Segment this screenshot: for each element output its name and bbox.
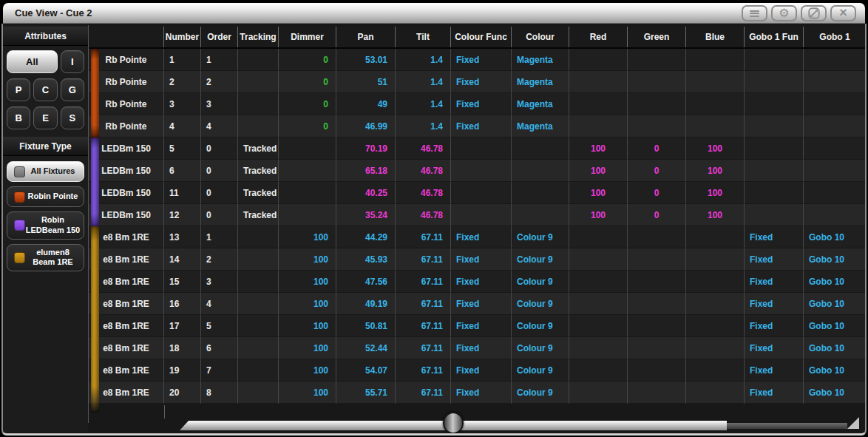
cell-tilt[interactable]: 67.11	[396, 315, 451, 337]
cell-number[interactable]: 19	[164, 359, 201, 382]
column-header-blue[interactable]: Blue	[686, 27, 745, 47]
cell-name[interactable]: e8 Bm 1RE	[89, 315, 164, 337]
cell-green[interactable]: 0	[628, 204, 686, 226]
column-header-number[interactable]: Number	[164, 27, 201, 47]
cell-tilt[interactable]: 46.78	[396, 138, 451, 160]
column-header-dimmer[interactable]: Dimmer	[279, 27, 336, 47]
cell-tilt[interactable]: 67.11	[396, 337, 451, 359]
cell-order[interactable]: 2	[201, 248, 238, 271]
cell-number[interactable]: 2	[164, 71, 201, 93]
cell-gobo1_func[interactable]: Fixed	[745, 337, 804, 359]
cell-colour_func[interactable]: Fixed	[451, 293, 512, 315]
cell-blue[interactable]	[686, 226, 745, 248]
cell-colour[interactable]	[512, 138, 569, 160]
cell-name[interactable]: Rb Pointe	[89, 115, 164, 138]
attribute-button-i[interactable]: I	[61, 50, 84, 73]
cell-tracking[interactable]	[238, 337, 279, 359]
cell-tracking[interactable]: Tracked	[238, 204, 279, 226]
cell-order[interactable]: 0	[201, 204, 238, 226]
cell-blue[interactable]	[686, 315, 745, 337]
cell-colour[interactable]: Colour 9	[512, 315, 569, 337]
cell-dimmer[interactable]: 100	[279, 271, 336, 293]
cell-number[interactable]: 4	[164, 115, 201, 138]
cell-dimmer[interactable]: 0	[279, 49, 336, 71]
cell-gobo1_func[interactable]	[745, 160, 804, 182]
cell-pan[interactable]: 55.71	[336, 382, 396, 404]
cell-number[interactable]: 12	[164, 204, 201, 226]
cell-order[interactable]: 0	[201, 160, 238, 182]
cell-number[interactable]: 1	[164, 49, 201, 71]
cell-name[interactable]: e8 Bm 1RE	[89, 226, 164, 248]
cell-pan[interactable]: 49	[336, 93, 396, 115]
cell-dimmer[interactable]: 0	[279, 93, 336, 115]
cell-green[interactable]	[628, 271, 686, 293]
scrollbar-thumb[interactable]	[443, 412, 464, 434]
cell-colour_func[interactable]: Fixed	[451, 248, 512, 271]
cell-blue[interactable]	[686, 337, 745, 359]
cell-colour_func[interactable]: Fixed	[451, 271, 512, 293]
cell-colour_func[interactable]	[451, 138, 512, 160]
cell-blue[interactable]: 100	[686, 204, 745, 226]
cell-gobo1[interactable]	[804, 160, 867, 182]
cell-blue[interactable]	[686, 115, 745, 138]
cell-blue[interactable]	[686, 359, 745, 382]
cell-colour[interactable]: Colour 9	[512, 271, 569, 293]
cell-name[interactable]: LEDBm 150	[89, 160, 164, 182]
cell-dimmer[interactable]: 100	[279, 337, 336, 359]
cell-gobo1_func[interactable]	[745, 71, 804, 93]
cell-gobo1[interactable]: Gobo 10	[804, 315, 867, 337]
cell-order[interactable]: 5	[201, 315, 238, 337]
cell-name[interactable]: e8 Bm 1RE	[89, 293, 164, 315]
cell-colour[interactable]: Colour 9	[512, 337, 569, 359]
cell-colour_func[interactable]: Fixed	[451, 315, 512, 337]
cell-gobo1[interactable]: Gobo 10	[804, 226, 867, 248]
cell-red[interactable]	[569, 382, 628, 404]
cell-dimmer[interactable]: 100	[279, 293, 336, 315]
cell-tilt[interactable]: 1.4	[396, 115, 451, 138]
cell-tilt[interactable]: 67.11	[396, 248, 451, 271]
cell-order[interactable]: 3	[201, 93, 238, 115]
cell-green[interactable]	[628, 226, 686, 248]
cell-gobo1_func[interactable]: Fixed	[745, 359, 804, 382]
cell-tracking[interactable]	[238, 248, 279, 271]
cell-blue[interactable]: 100	[686, 138, 745, 160]
cell-gobo1_func[interactable]: Fixed	[745, 226, 804, 248]
cell-colour[interactable]: Magenta	[512, 49, 569, 71]
cell-gobo1_func[interactable]	[745, 138, 804, 160]
cell-number[interactable]: 3	[164, 93, 201, 115]
cell-number[interactable]: 16	[164, 293, 201, 315]
cell-tracking[interactable]	[238, 359, 279, 382]
cell-blue[interactable]: 100	[686, 160, 745, 182]
cell-gobo1[interactable]: Gobo 10	[804, 248, 867, 271]
cell-red[interactable]	[569, 293, 628, 315]
column-header-tilt[interactable]: Tilt	[396, 27, 451, 47]
cell-tilt[interactable]: 67.11	[396, 271, 451, 293]
cell-blue[interactable]	[686, 293, 745, 315]
cell-dimmer[interactable]: 0	[279, 71, 336, 93]
cell-order[interactable]: 1	[201, 49, 238, 71]
cell-colour_func[interactable]: Fixed	[451, 337, 512, 359]
cell-colour_func[interactable]	[451, 182, 512, 204]
cell-colour_func[interactable]: Fixed	[451, 93, 512, 115]
cell-order[interactable]: 6	[201, 337, 238, 359]
cell-tilt[interactable]: 67.11	[396, 382, 451, 404]
cell-number[interactable]: 11	[164, 182, 201, 204]
column-header-order[interactable]: Order	[201, 27, 238, 47]
cell-colour_func[interactable]: Fixed	[451, 226, 512, 248]
cell-pan[interactable]: 44.29	[336, 226, 396, 248]
cell-gobo1_func[interactable]	[745, 49, 804, 71]
cell-number[interactable]: 20	[164, 382, 201, 404]
cell-colour[interactable]: Colour 9	[512, 293, 569, 315]
cell-gobo1[interactable]	[804, 204, 867, 226]
cell-order[interactable]: 0	[201, 138, 238, 160]
cell-gobo1_func[interactable]: Fixed	[745, 271, 804, 293]
cell-gobo1_func[interactable]	[745, 115, 804, 138]
cell-gobo1[interactable]	[804, 115, 867, 138]
cell-green[interactable]	[628, 49, 686, 71]
cell-tracking[interactable]	[238, 315, 279, 337]
cell-blue[interactable]	[686, 382, 745, 404]
cell-colour[interactable]: Colour 9	[512, 226, 569, 248]
cell-gobo1[interactable]: Gobo 10	[804, 382, 867, 404]
cell-gobo1[interactable]	[804, 138, 867, 160]
cell-tracking[interactable]	[238, 293, 279, 315]
